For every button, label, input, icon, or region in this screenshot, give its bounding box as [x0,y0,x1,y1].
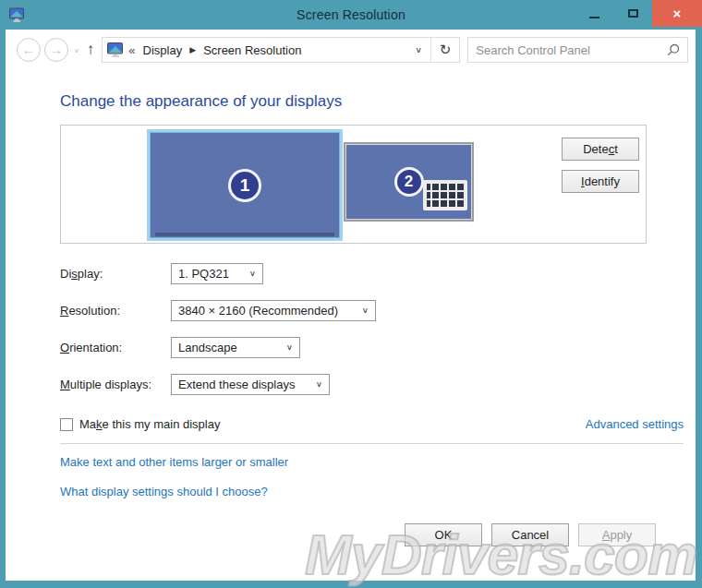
chevron-down-icon: ∨ [249,270,256,278]
up-button[interactable]: ↑ [87,41,95,59]
monitor-1[interactable]: 1 [147,129,343,241]
close-icon: × [673,6,682,21]
monitor-preview-area: 1 2 ... Detect Identify [60,125,647,244]
detect-label-post: t [614,142,618,156]
display-label-post: play: [78,267,103,281]
apply-button[interactable]: Apply [578,523,656,546]
checkbox-label-pre: Ma [79,417,96,431]
breadcrumb: « Display ▶ Screen Resolution ∨ ↻ [102,37,460,63]
maximize-icon [628,9,638,18]
main-display-checkbox[interactable] [60,418,73,431]
breadcrumb-item-screen-resolution[interactable]: Screen Resolution [201,43,303,57]
window-body: ← → ∨ ↑ « Display ▶ Screen Resolution ∨ … [6,30,696,581]
monitor-2-dots: ... [457,216,468,222]
breadcrumb-separator-icon[interactable]: ▶ [189,45,196,54]
preview-buttons: Detect Identify [562,138,639,193]
search-input[interactable] [476,43,667,57]
resolution-dropdown[interactable]: 3840 × 2160 (Recommended) ∨ [171,300,376,321]
cancel-button[interactable]: Cancel [491,523,569,546]
minimize-button[interactable] [575,0,613,27]
search-icon[interactable] [667,43,680,56]
multiple-displays-row: Multiple displays: Extend these displays… [60,374,651,395]
forward-button[interactable]: → [44,38,68,62]
forward-icon: → [50,42,63,57]
multiple-displays-dropdown[interactable]: Extend these displays ∨ [171,374,330,395]
resolution-label: Resolution: [60,304,171,318]
which-settings-link[interactable]: What display settings should I choose? [60,485,651,498]
main-display-checkbox-label[interactable]: Make this my main display [79,417,220,431]
resolution-label-key: R [60,304,68,318]
display-dropdown-value: 1. PQ321 [178,267,238,281]
orientation-row: Orientation: Landscape ∨ [60,337,651,358]
display-label-pre: Di [60,267,71,281]
main-display-row: Make this my main display Advanced setti… [60,417,651,431]
monitor-2[interactable]: 2 ... [344,142,474,222]
apply-label-key: A [602,528,611,542]
multiple-displays-label-key: M [60,378,70,391]
minimize-icon [589,17,599,18]
maximize-button[interactable] [613,0,652,27]
chevron-down-icon: ∨ [362,306,369,315]
resolution-dropdown-value: 3840 × 2160 (Recommended) [178,304,351,318]
navigation-bar: ← → ∨ ↑ « Display ▶ Screen Resolution ∨ … [6,30,696,70]
multiple-displays-label: Multiple displays: [60,378,171,391]
start-tiles-icon [423,180,467,210]
display-dropdown[interactable]: 1. PQ321 ∨ [171,263,263,284]
make-text-larger-link[interactable]: Make text and other items larger or smal… [60,455,651,469]
identify-button[interactable]: Identify [562,170,639,193]
orientation-label-key: O [60,341,69,354]
page-title: Change the appearance of your displays [60,92,651,111]
advanced-settings-link[interactable]: Advanced settings [586,417,684,431]
dialog-buttons: OK Cancel Apply [405,523,656,546]
address-dropdown-icon[interactable]: ∨ [406,45,430,54]
detect-button[interactable]: Detect [562,138,639,161]
close-button[interactable]: × [652,0,702,27]
breadcrumb-overflow-chevrons[interactable]: « [128,43,135,57]
divider [60,443,684,444]
main-content: Change the appearance of your displays 1… [6,70,696,581]
apply-label-post: pply [610,528,632,542]
window-controls: × [575,0,702,27]
screen-resolution-window: Screen Resolution × ← → ∨ ↑ « Display [0,0,702,588]
ok-button[interactable]: OK [405,523,482,546]
resolution-row: Resolution: 3840 × 2160 (Recommended) ∨ [60,300,651,321]
breadcrumb-item-display[interactable]: Display [141,43,185,57]
search-box [467,37,688,63]
orientation-label: Orientation: [60,341,171,354]
detect-label-pre: Dete [583,142,608,156]
titlebar: Screen Resolution × [0,0,702,30]
monitor-1-number: 1 [228,169,261,202]
refresh-icon[interactable]: ↻ [430,38,460,62]
back-icon: ← [22,42,35,57]
chevron-down-icon: ∨ [316,380,322,389]
orientation-dropdown-value: Landscape [178,341,275,354]
display-icon [107,42,124,58]
resolution-label-post: esolution: [68,304,120,318]
multiple-displays-label-post: ultiple displays: [70,378,151,391]
display-label: Display: [60,267,171,281]
orientation-label-post: rientation: [69,341,122,354]
recent-pages-dropdown[interactable]: ∨ [74,46,79,53]
back-button[interactable]: ← [17,38,41,62]
orientation-dropdown[interactable]: Landscape ∨ [171,337,300,358]
identify-label-post: dentify [585,174,620,188]
multiple-displays-dropdown-value: Extend these displays [178,378,305,391]
checkbox-label-post: e this my main display [103,417,221,431]
chevron-down-icon: ∨ [286,343,293,352]
display-row: Display: 1. PQ321 ∨ [60,263,651,284]
monitor-2-number: 2 [394,167,424,197]
